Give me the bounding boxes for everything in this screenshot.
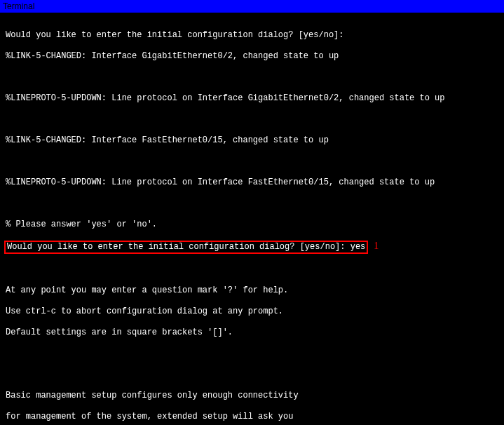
- blank-line: [6, 349, 498, 359]
- window-title: Terminal: [3, 1, 34, 11]
- output-line: %LINEPROTO-5-UPDOWN: Line protocol on In…: [6, 177, 498, 188]
- highlight-box-1: Would you like to enter the initial conf…: [4, 241, 368, 254]
- terminal-output[interactable]: Would you like to enter the initial conf…: [0, 13, 504, 425]
- output-line: At any point you may enter a question ma…: [6, 285, 498, 296]
- output-line: Basic management setup configures only e…: [6, 391, 498, 401]
- output-line: % Please answer 'yes' or 'no'.: [6, 220, 498, 230]
- blank-line: [6, 72, 498, 83]
- blank-line: [6, 114, 498, 125]
- output-line: %LINK-5-CHANGED: Interface GigabitEthern…: [6, 51, 498, 62]
- output-line: %LINK-5-CHANGED: Interface FastEthernet0…: [6, 135, 498, 146]
- row: Would you like to enter the initial conf…: [6, 241, 498, 254]
- blank-line: [6, 156, 498, 167]
- output-line: for management of the system, extended s…: [6, 412, 498, 422]
- output-line: %LINEPROTO-5-UPDOWN: Line protocol on In…: [6, 93, 498, 104]
- output-line: Would you like to enter the initial conf…: [6, 30, 498, 41]
- output-line: Use ctrl-c to abort configuration dialog…: [6, 306, 498, 317]
- output-line: Default settings are in square brackets …: [6, 328, 498, 338]
- blank-line: [6, 198, 498, 209]
- annotation-1: 1: [374, 241, 379, 251]
- blank-line: [6, 370, 498, 380]
- blank-line: [6, 264, 498, 275]
- window-titlebar: Terminal: [0, 0, 504, 13]
